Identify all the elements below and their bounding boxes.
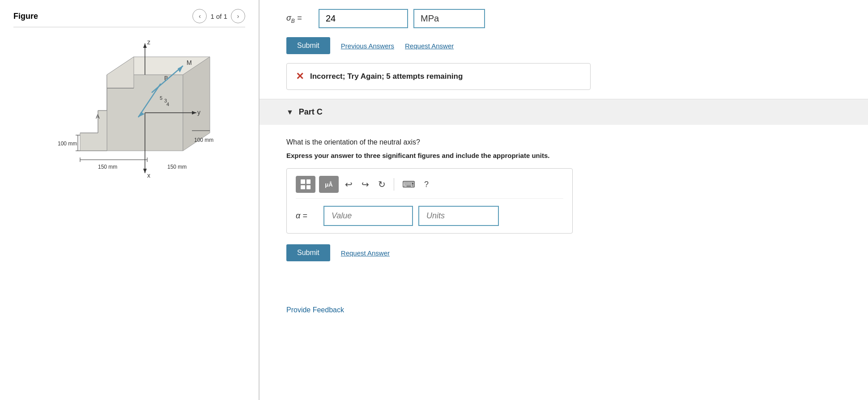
mu-tool-button[interactable]: μÅ [319,176,339,193]
svg-text:150 mm: 150 mm [167,164,187,170]
grid-tool-button[interactable] [296,176,315,193]
grid-cell-4 [306,185,311,190]
keyboard-button[interactable]: ⌨ [400,177,418,191]
sigma-b-value-input[interactable] [319,9,408,28]
provide-feedback-button[interactable]: Provide Feedback [286,306,344,314]
part-c-question: What is the orientation of the neutral a… [286,138,841,146]
grid-cell-3 [301,185,305,190]
previous-answers-button[interactable]: Previous Answers [341,42,394,50]
top-answer-section: σB = MPa Submit Previous Answers Request… [260,0,868,99]
prev-figure-button[interactable]: ‹ [192,9,207,23]
svg-text:M: M [187,59,192,66]
svg-text:100 mm: 100 mm [194,137,213,143]
figure-nav: ‹ 1 of 1 › [192,9,245,23]
svg-text:z: z [147,39,150,46]
figure-svg: z y x A B M [26,39,232,218]
sigma-b-units-display: MPa [413,9,485,28]
grid-icon [301,179,311,189]
svg-marker-3 [80,75,107,151]
error-icon: ✕ [296,71,304,82]
sigma-b-label: σB = [286,13,313,24]
toolbar-divider [394,178,394,191]
part-c-section: ▼ Part C [260,99,868,125]
svg-text:100 mm: 100 mm [58,140,77,147]
part-c-instruction: Express your answer to three significant… [286,152,841,159]
sigma-b-answer-row: σB = MPa [286,9,841,28]
redo-button[interactable]: ↪ [359,177,372,191]
part-c-submit-button[interactable]: Submit [286,244,330,261]
svg-text:5: 5 [160,95,162,101]
answer-widget: μÅ ↩ ↪ ↻ ⌨ ? α = [286,168,573,234]
figure-header: Figure ‹ 1 of 1 › [13,9,245,23]
widget-input-row: α = [296,206,563,226]
error-box: ✕ Incorrect; Try Again; 5 attempts remai… [286,63,591,90]
next-figure-button[interactable]: › [231,9,245,23]
svg-text:x: x [147,172,150,179]
error-message: Incorrect; Try Again; 5 attempts remaini… [310,72,463,81]
right-panel: σB = MPa Submit Previous Answers Request… [260,0,868,400]
part-c-header: ▼ Part C [286,107,841,117]
svg-text:4: 4 [166,102,169,107]
figure-counter: 1 of 1 [210,13,227,20]
undo-button[interactable]: ↩ [342,177,355,191]
svg-marker-17 [143,169,147,173]
svg-text:y: y [197,109,200,116]
figure-divider [13,27,245,27]
top-action-row: Submit Previous Answers Request Answer [286,37,841,54]
left-panel: Figure ‹ 1 of 1 › [0,0,260,400]
alpha-label: α = [296,211,318,221]
figure-title: Figure [13,12,38,21]
part-c-request-answer-button[interactable]: Request Answer [341,249,390,257]
top-submit-button[interactable]: Submit [286,37,330,54]
collapse-arrow-icon[interactable]: ▼ [286,108,294,116]
svg-text:A: A [96,113,100,120]
svg-text:150 mm: 150 mm [98,164,117,170]
help-button[interactable]: ? [421,178,431,191]
svg-marker-11 [143,43,147,48]
widget-toolbar: μÅ ↩ ↪ ↻ ⌨ ? [296,176,563,199]
alpha-units-input[interactable] [418,206,499,226]
grid-cell-2 [306,179,311,184]
part-c-body: What is the orientation of the neutral a… [260,125,868,297]
refresh-button[interactable]: ↻ [375,177,388,191]
part-c-title: Part C [299,107,323,117]
grid-cell-1 [301,179,305,184]
figure-image: z y x A B M [13,34,245,222]
alpha-value-input[interactable] [323,206,413,226]
part-c-actions: Submit Request Answer [286,244,841,261]
top-request-answer-button[interactable]: Request Answer [405,42,454,50]
svg-marker-4 [107,57,134,88]
feedback-section: Provide Feedback [260,297,868,332]
